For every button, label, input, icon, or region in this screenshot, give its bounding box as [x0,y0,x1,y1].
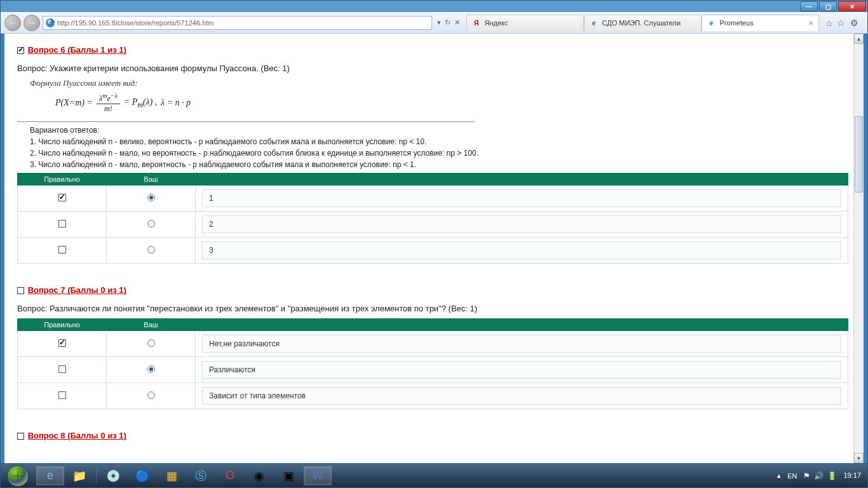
clock[interactable]: 19:17 [843,471,861,479]
tray-arrow-icon[interactable]: ▴ [777,471,781,480]
window-maximize-button[interactable]: ▢ [819,1,837,11]
addr-icons: ▾ ↻ ✕ [435,18,463,27]
question-7-link[interactable]: Вопрос 7 (Баллы 0 из 1) [28,285,126,295]
reload-icon[interactable]: ↻ [445,18,451,27]
taskbar-app[interactable]: 🔵 [128,466,156,485]
table-row: Различаются [18,357,848,383]
tab-label: Prometeus [720,19,754,27]
question-8-link[interactable]: Вопрос 8 (Баллы 0 из 1) [28,431,126,440]
taskbar-opera[interactable]: O [216,466,244,485]
scroll-up-button[interactable]: ▲ [854,34,864,44]
ie-tab-icon: e [707,18,716,27]
answer-text: 1 [202,189,841,207]
your-radio[interactable] [147,246,155,254]
answer-text: Различаются [202,361,841,379]
table-row: Зависит от типа элементов [18,383,848,409]
toolbar-right-icons: ⌂ ☆ ⚙ [822,18,864,28]
stop-icon[interactable]: ✕ [454,18,460,27]
tab-yandex[interactable]: Я Яндекс [466,15,584,31]
scroll-area: Вопрос 6 (Баллы 1 из 1) Вопрос: Укажите … [4,34,853,463]
favorites-icon[interactable]: ☆ [837,18,845,28]
variant-3: 3. Число наблюдений n - мало, вероятност… [30,159,583,170]
table-row: Нет,не различаются [18,331,848,357]
tab-close-icon[interactable]: ✕ [808,20,813,27]
your-radio[interactable] [147,194,155,201]
question-checkbox-icon [17,287,24,294]
table-row: 2 [18,212,848,238]
separator [17,121,475,122]
tray-flag-icon[interactable]: ⚑ [803,471,810,480]
question-6-link[interactable]: Вопрос 6 (Баллы 1 из 1) [28,45,126,55]
formula-intro: Формула Пуассона имеет вид: [30,78,848,88]
tab-prometeus[interactable]: e Prometeus ✕ [702,15,819,31]
your-radio[interactable] [147,391,155,399]
taskbar-total-commander[interactable]: ▦ [158,466,186,485]
tray-volume-icon[interactable]: 🔊 [814,471,824,480]
col-correct: Правильно [18,173,107,186]
question-6-text: Вопрос: Укажите критерии использования ф… [17,64,848,73]
correct-checkbox-icon [58,365,66,373]
correct-checkbox-icon [58,391,66,399]
taskbar-app[interactable]: 💿 [99,466,127,485]
nav-forward-button[interactable]: → [24,15,40,31]
taskbar-explorer[interactable]: 📁 [65,466,93,485]
your-radio[interactable] [147,365,155,373]
question-checkbox-icon [17,433,24,440]
tools-icon[interactable]: ⚙ [850,18,858,28]
taskbar-word[interactable]: W [304,466,332,485]
taskbar-app[interactable]: ▣ [275,466,302,485]
tab-label: СДО МИЭП. Слушатели [602,19,681,27]
start-button[interactable] [1,464,35,488]
yandex-icon: Я [472,18,481,27]
ie-tab-icon: e [590,18,599,27]
url-text: http://195.90.165.8/close/store/reports/… [57,19,214,27]
formula-numerator: λme−λ [97,92,120,104]
window-close-button[interactable]: ✕ [838,1,866,11]
window-minimize-button[interactable]: — [800,1,818,11]
correct-checkbox-icon [58,220,66,227]
col-your: Ваш [107,173,196,186]
formula-denominator: m! [102,104,115,114]
scroll-down-button[interactable]: ▼ [854,453,864,463]
variants-title: Вариантов ответов: [30,126,848,135]
ie-icon [46,18,55,27]
answer-text: Нет,не различаются [202,335,841,353]
col-answer [196,173,848,186]
scroll-thumb[interactable] [855,116,863,193]
formula-mid: = Pm(λ) , [124,97,157,109]
tab-sdo[interactable]: e СДО МИЭП. Слушатели [584,15,702,31]
your-radio[interactable] [147,339,155,347]
table-row: 1 [18,186,848,212]
col-your: Ваш [107,319,196,331]
nav-back-button[interactable]: ← [4,15,21,31]
answers-table-q7: Правильно Ваш Нет,не различаются Различа… [17,318,848,409]
question-7-header: Вопрос 7 (Баллы 0 из 1) [17,285,848,295]
dropdown-icon[interactable]: ▾ [437,18,441,27]
language-indicator[interactable]: EN [787,472,797,480]
home-icon[interactable]: ⌂ [827,18,832,28]
address-bar[interactable]: http://195.90.165.8/close/store/reports/… [43,16,432,30]
formula-lhs: P(X=m) = [55,98,93,108]
browser-toolbar: ← → http://195.90.165.8/close/store/repo… [1,12,867,34]
question-checkbox-icon [17,47,24,54]
window-frame: — ▢ ✕ ← → http://195.90.165.8/close/stor… [0,0,868,488]
vertical-scrollbar[interactable]: ▲ ▼ [853,34,864,463]
titlebar: — ▢ ✕ [1,1,867,12]
correct-checkbox-icon [58,194,66,201]
tray-battery-icon[interactable]: 🔋 [827,471,837,480]
taskbar-chrome[interactable]: ◉ [245,466,273,485]
taskbar: e 📁 💿 🔵 ▦ Ⓢ O ◉ ▣ W ▴ EN ⚑ 🔊 🔋 19:17 [1,463,867,487]
col-correct: Правильно [18,319,107,331]
tab-label: Яндекс [485,19,508,27]
taskbar-ie[interactable]: e [36,466,64,485]
answer-text: Зависит от типа элементов [202,387,841,405]
formula-fraction: λme−λ m! [97,92,120,114]
your-radio[interactable] [147,220,155,227]
correct-checkbox-icon [58,339,66,347]
question-7-text: Вопрос: Различаются ли понятия "перестан… [17,304,848,313]
variant-2: 2. Число наблюдений n - мало, но вероятн… [30,147,583,159]
formula-rhs: λ = n · p [161,98,191,108]
browser-tabs: Я Яндекс e СДО МИЭП. Слушатели e Promete… [466,15,819,31]
correct-checkbox-icon [58,246,66,254]
taskbar-skype[interactable]: Ⓢ [187,466,215,485]
